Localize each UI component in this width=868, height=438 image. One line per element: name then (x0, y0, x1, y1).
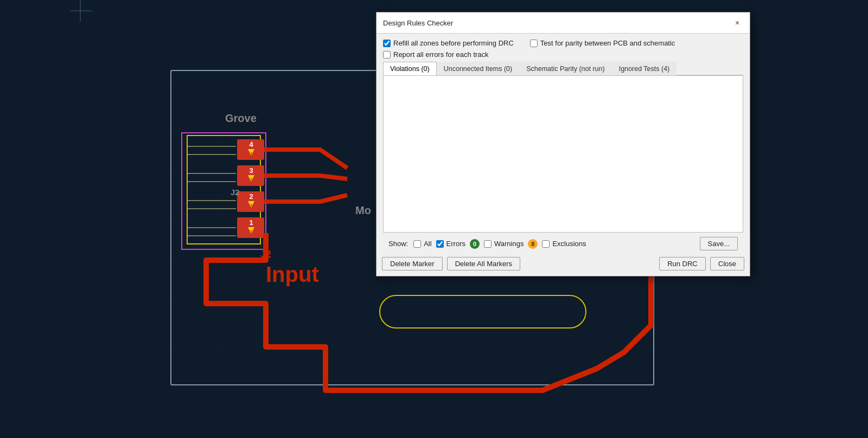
delete-marker-button[interactable]: Delete Marker (382, 257, 443, 270)
show-errors-option[interactable]: Errors (436, 240, 465, 248)
show-warnings-option[interactable]: Warnings (484, 240, 524, 248)
svg-text:4: 4 (249, 140, 253, 149)
svg-text:!: ! (251, 177, 252, 182)
refill-zones-label: Refill all zones before performing DRC (393, 39, 514, 47)
show-exclusions-label: Exclusions (552, 240, 586, 248)
test-parity-option[interactable]: Test for parity between PCB and schemati… (530, 39, 675, 47)
show-all-option[interactable]: All (413, 240, 431, 248)
report-errors-option[interactable]: Report all errors for each track (383, 50, 489, 59)
svg-text:J2: J2 (260, 249, 271, 260)
show-errors-label: Errors (446, 240, 465, 248)
show-bar: Show: All Errors 0 Warnings 8 (383, 233, 743, 255)
show-all-label: All (424, 240, 431, 248)
svg-text:!: ! (251, 203, 252, 208)
show-label: Show: (388, 240, 408, 248)
svg-text:!: ! (251, 151, 252, 156)
show-options: All Errors 0 Warnings 8 Exclusions (413, 239, 695, 249)
test-parity-label: Test for parity between PCB and schemati… (540, 39, 675, 47)
errors-count-badge: 0 (470, 239, 480, 249)
show-exclusions-checkbox[interactable] (542, 240, 550, 248)
svg-text:Grove: Grove (225, 112, 257, 124)
refill-zones-option[interactable]: Refill all zones before performing DRC (383, 39, 514, 47)
show-exclusions-option[interactable]: Exclusions (542, 240, 586, 248)
show-warnings-label: Warnings (494, 240, 524, 248)
violations-list (383, 75, 743, 233)
svg-text:3: 3 (249, 166, 253, 175)
report-errors-label: Report all errors for each track (393, 50, 489, 59)
options-row-1: Refill all zones before performing DRC T… (383, 39, 743, 47)
dialog-title: Design Rules Checker (383, 19, 453, 27)
save-button[interactable]: Save... (700, 237, 738, 250)
tab-violations[interactable]: Violations (0) (383, 62, 437, 75)
actions-right: Run DRC Close (659, 257, 744, 270)
svg-text:2: 2 (249, 192, 253, 201)
svg-text:1: 1 (249, 218, 253, 227)
dialog-titlebar: Design Rules Checker × (376, 12, 750, 34)
report-errors-checkbox[interactable] (383, 51, 391, 59)
warnings-count-badge: 8 (528, 239, 538, 249)
dialog-body: Refill all zones before performing DRC T… (376, 34, 750, 255)
options-row-2: Report all errors for each track (383, 50, 743, 59)
svg-text:J2: J2 (231, 188, 240, 197)
actions-row: Delete Marker Delete All Markers Run DRC… (376, 255, 750, 276)
run-drc-button[interactable]: Run DRC (659, 257, 706, 270)
svg-text:Input: Input (266, 262, 319, 286)
tabs-container: Violations (0) Unconnected Items (0) Sch… (383, 62, 743, 75)
refill-zones-checkbox[interactable] (383, 40, 391, 47)
drc-dialog: Design Rules Checker × Refill all zones … (376, 12, 750, 276)
actions-left: Delete Marker Delete All Markers (382, 257, 520, 270)
svg-text:Mo: Mo (355, 204, 371, 216)
svg-text:!: ! (251, 229, 252, 234)
close-button[interactable]: Close (710, 257, 744, 270)
show-all-checkbox[interactable] (413, 240, 421, 248)
tab-ignored-tests[interactable]: Ignored Tests (4) (612, 62, 677, 75)
tab-schematic-parity[interactable]: Schematic Parity (not run) (519, 62, 612, 75)
tab-unconnected[interactable]: Unconnected Items (0) (437, 62, 519, 75)
delete-all-markers-button[interactable]: Delete All Markers (447, 257, 520, 270)
close-icon-button[interactable]: × (731, 17, 743, 29)
show-errors-checkbox[interactable] (436, 240, 444, 248)
test-parity-checkbox[interactable] (530, 40, 538, 47)
show-warnings-checkbox[interactable] (484, 240, 492, 248)
